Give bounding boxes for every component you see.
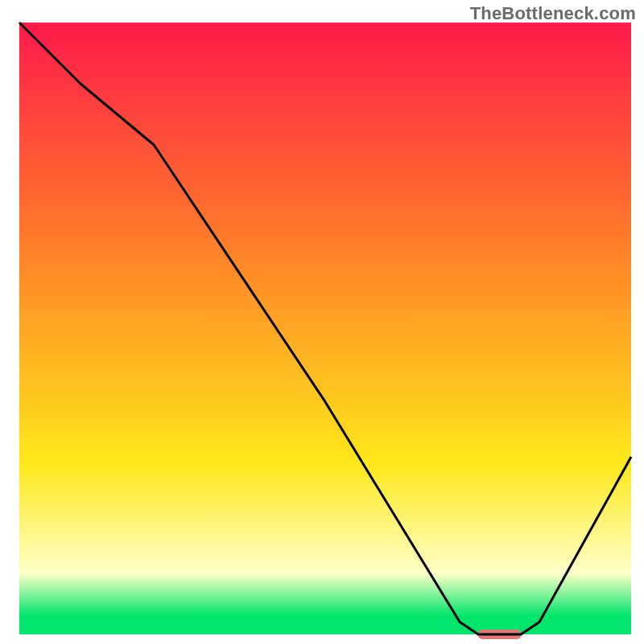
chart-canvas: TheBottleneck.com bbox=[0, 0, 644, 644]
heatmap-background bbox=[19, 23, 631, 634]
bottleneck-chart bbox=[0, 0, 644, 644]
